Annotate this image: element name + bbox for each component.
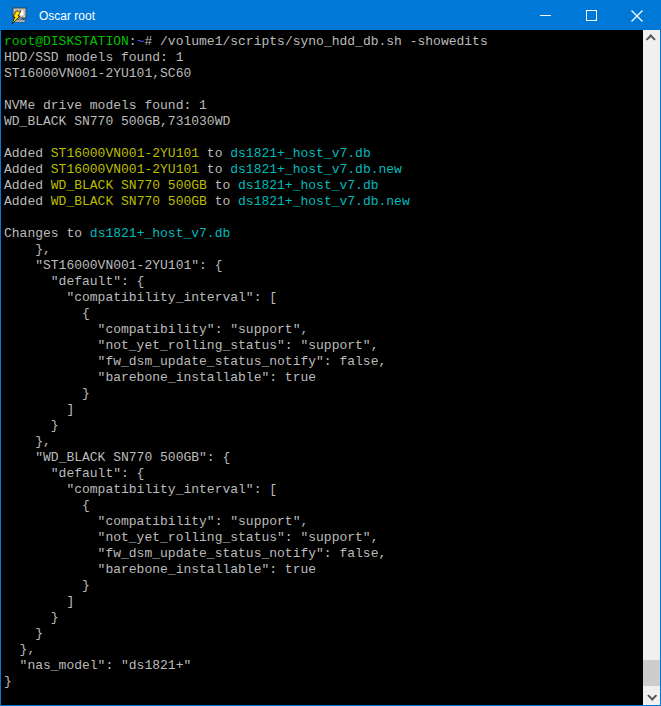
- terminal-line: },: [4, 642, 643, 658]
- terminal-line: },: [4, 242, 643, 258]
- terminal-line: ]: [4, 594, 643, 610]
- terminal-line: "compatibility": "support",: [4, 514, 643, 530]
- terminal-line: "fw_dsm_update_status_notify": false,: [4, 354, 643, 370]
- terminal-line: "not_yet_rolling_status": "support",: [4, 338, 643, 354]
- terminal-line: [4, 210, 643, 226]
- terminal-line: "compatibility_interval": [: [4, 482, 643, 498]
- terminal-line: "compatibility": "support",: [4, 322, 643, 338]
- scrollbar-track[interactable]: [643, 30, 660, 705]
- terminal-line: }: [4, 386, 643, 402]
- terminal-line: ]: [4, 402, 643, 418]
- terminal-line: "not_yet_rolling_status": "support",: [4, 530, 643, 546]
- minimize-icon: [540, 10, 551, 21]
- terminal-line: "barebone_installable": true: [4, 562, 643, 578]
- close-icon: [631, 10, 643, 22]
- putty-icon[interactable]: [9, 7, 29, 25]
- chevron-up-icon: [646, 34, 656, 44]
- terminal-output[interactable]: root@DISKSTATION:~# /volume1/scripts/syn…: [1, 30, 643, 705]
- terminal-line: [4, 82, 643, 98]
- terminal-line: "WD_BLACK SN770 500GB": {: [4, 450, 643, 466]
- terminal-line: {: [4, 498, 643, 514]
- terminal-line: "default": {: [4, 466, 643, 482]
- terminal-line: "ST16000VN001-2YU101": {: [4, 258, 643, 274]
- terminal-line: }: [4, 610, 643, 626]
- terminal-line: root@DISKSTATION:~# /volume1/scripts/syn…: [4, 34, 643, 50]
- terminal-line: Added WD_BLACK SN770 500GB to ds1821+_ho…: [4, 194, 643, 210]
- putty-window: Oscar root root@DISKSTATION:~# /volume1: [0, 0, 661, 706]
- minimize-button[interactable]: [522, 1, 568, 30]
- maximize-button[interactable]: [568, 1, 614, 30]
- terminal-line: Added WD_BLACK SN770 500GB to ds1821+_ho…: [4, 178, 643, 194]
- terminal-line: }: [4, 674, 643, 690]
- terminal-line: "barebone_installable": true: [4, 370, 643, 386]
- scroll-down-button[interactable]: [643, 688, 660, 705]
- close-button[interactable]: [614, 1, 660, 30]
- terminal-line: }: [4, 418, 643, 434]
- terminal-line: },: [4, 434, 643, 450]
- scrollbar-thumb[interactable]: [643, 660, 660, 686]
- terminal-line: "default": {: [4, 274, 643, 290]
- terminal-line: "compatibility_interval": [: [4, 290, 643, 306]
- terminal-line: Changes to ds1821+_host_v7.db: [4, 226, 643, 242]
- title-bar[interactable]: Oscar root: [1, 1, 660, 30]
- terminal-line: NVMe drive models found: 1: [4, 98, 643, 114]
- terminal-line: "nas_model": "ds1821+": [4, 658, 643, 674]
- terminal-line: HDD/SSD models found: 1: [4, 50, 643, 66]
- terminal-line: WD_BLACK SN770 500GB,731030WD: [4, 114, 643, 130]
- terminal-area: root@DISKSTATION:~# /volume1/scripts/syn…: [1, 30, 660, 705]
- window-title: Oscar root: [39, 9, 522, 23]
- terminal-line: "fw_dsm_update_status_notify": false,: [4, 546, 643, 562]
- maximize-icon: [586, 10, 597, 21]
- chevron-down-icon: [647, 691, 657, 701]
- scroll-up-button[interactable]: [643, 30, 660, 47]
- terminal-line: [4, 130, 643, 146]
- terminal-line: ST16000VN001-2YU101,SC60: [4, 66, 643, 82]
- terminal-line: Added ST16000VN001-2YU101 to ds1821+_hos…: [4, 146, 643, 162]
- terminal-line: }: [4, 578, 643, 594]
- terminal-line: Added ST16000VN001-2YU101 to ds1821+_hos…: [4, 162, 643, 178]
- terminal-line: }: [4, 626, 643, 642]
- terminal-line: {: [4, 306, 643, 322]
- window-controls: [522, 1, 660, 30]
